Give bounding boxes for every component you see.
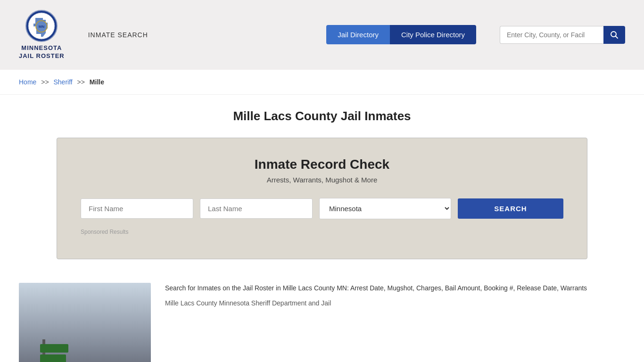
record-check-subtitle: Arrests, Warrants, Mugshot & More — [81, 176, 563, 184]
page-title-section: Mille Lacs County Jail Inmates — [0, 95, 644, 133]
first-name-input[interactable] — [81, 198, 193, 219]
city-image — [19, 283, 151, 362]
street-sign-decoration — [42, 339, 45, 362]
header-search-area — [500, 26, 625, 44]
site-header: MN MINNESOTA JAIL ROSTER INMATE SEARCH J… — [0, 0, 644, 70]
bottom-description-2: Mille Lacs County Minnesota Sheriff Depa… — [165, 298, 625, 308]
sponsored-results-label: Sponsored Results — [81, 229, 563, 235]
bottom-description: Search for Inmates on the Jail Roster in… — [165, 283, 625, 293]
breadcrumb-sheriff[interactable]: Sheriff — [54, 78, 73, 86]
record-check-title: Inmate Record Check — [81, 157, 563, 172]
page-title: Mille Lacs County Jail Inmates — [9, 109, 635, 123]
nav-buttons: Jail Directory City Police Directory — [326, 25, 476, 44]
jail-directory-button[interactable]: Jail Directory — [326, 25, 390, 44]
site-logo[interactable]: MN MINNESOTA JAIL ROSTER — [19, 9, 65, 60]
state-select[interactable]: Minnesota — [319, 198, 451, 219]
city-image-inner — [19, 283, 151, 362]
logo-text: MINNESOTA JAIL ROSTER — [19, 44, 65, 60]
breadcrumb-home[interactable]: Home — [19, 78, 36, 86]
breadcrumb-sep-2: >> — [77, 78, 85, 86]
breadcrumb-current: Mille — [90, 78, 104, 86]
mn-logo-icon: MN — [25, 9, 58, 42]
breadcrumb-sep-1: >> — [41, 78, 49, 86]
inmate-search-link[interactable]: INMATE SEARCH — [88, 31, 148, 39]
record-search-button[interactable]: SEARCH — [458, 198, 563, 219]
header-search-button[interactable] — [603, 26, 625, 44]
bottom-content: Search for Inmates on the Jail Roster in… — [0, 273, 644, 362]
svg-text:MN: MN — [39, 25, 45, 29]
search-icon — [610, 31, 619, 39]
city-police-directory-button[interactable]: City Police Directory — [390, 25, 476, 44]
last-name-input[interactable] — [200, 198, 313, 219]
breadcrumb: Home >> Sheriff >> Mille — [0, 70, 644, 95]
header-search-input[interactable] — [500, 26, 603, 44]
record-check-box: Inmate Record Check Arrests, Warrants, M… — [57, 138, 587, 259]
record-search-row: Minnesota SEARCH — [81, 198, 563, 219]
svg-line-5 — [616, 36, 618, 38]
bottom-text: Search for Inmates on the Jail Roster in… — [165, 283, 625, 309]
